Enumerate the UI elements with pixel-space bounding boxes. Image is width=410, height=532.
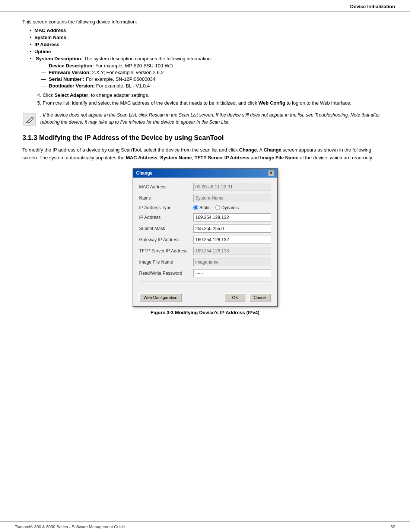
gateway-ip-row: Gateway IP Address	[139, 236, 271, 244]
footer-right: 32	[391, 525, 395, 529]
page-footer: Tsunami® 800 & 8000 Series - Software Ma…	[0, 521, 410, 532]
password-input[interactable]	[193, 269, 271, 277]
ip-address-row: IP Address	[139, 213, 271, 222]
image-file-label: Image File Name	[139, 259, 193, 265]
subnet-mask-input[interactable]	[193, 224, 271, 233]
section-body: To modify the IP address of a device by …	[22, 146, 388, 162]
note-svg-icon	[22, 112, 36, 127]
dynamic-radio-option[interactable]: Dynamic	[215, 205, 239, 210]
dialog-window: Change ✕ MAC Address Name IP Address Typ…	[133, 168, 278, 307]
system-description-text: The system description comprises the fol…	[84, 56, 212, 61]
dialog-container: Change ✕ MAC Address Name IP Address Typ…	[22, 168, 388, 315]
tftp-ip-row: TFTP Server IP Address	[139, 247, 271, 255]
sub-list-item: Serial Number : For example, SN-12PI0600…	[41, 76, 388, 82]
gateway-ip-label: Gateway IP Address	[139, 237, 193, 242]
figure-caption: Figure 3-3 Modifying Device's IP Address…	[150, 310, 260, 315]
password-row: Read/Write Password	[139, 269, 271, 277]
dialog-title: Change	[136, 171, 153, 176]
page-content: This screen contains the following devic…	[0, 12, 410, 329]
mac-address-row: MAC Address	[139, 183, 271, 191]
footer-left: Tsunami® 800 & 8000 Series - Software Ma…	[15, 525, 125, 529]
static-radio-option[interactable]: Static	[193, 205, 211, 210]
note-text: : If the device does not appear in the S…	[40, 112, 388, 126]
list-item: MAC Address	[30, 28, 388, 33]
name-label: Name	[139, 195, 193, 201]
mac-address-label: MAC Address	[139, 184, 193, 189]
list-item: IP Address	[30, 42, 388, 47]
step-4: 4. Click Select Adapter, to change adapt…	[37, 92, 388, 98]
ok-button[interactable]: OK	[225, 293, 245, 302]
ip-type-radio-group: Static Dynamic	[193, 205, 239, 210]
dialog-buttons: Web Configuration OK Cancel	[133, 290, 277, 306]
tftp-ip-input	[193, 247, 271, 255]
list-item: System Name	[30, 35, 388, 40]
note-icon	[22, 112, 36, 127]
name-row: Name	[139, 194, 271, 202]
static-label: Static	[200, 205, 211, 210]
password-label: Read/Write Password	[139, 271, 193, 276]
gateway-ip-input[interactable]	[193, 236, 271, 244]
sub-list-item: Firmware Version: 2.X.Y; For example, ve…	[41, 70, 388, 75]
page-header: Device Initialization	[0, 0, 410, 12]
intro-text: This screen contains the following devic…	[22, 19, 388, 25]
dialog-titlebar: Change ✕	[133, 169, 277, 178]
subnet-mask-label: Subnet Mask	[139, 226, 193, 231]
static-radio[interactable]	[193, 205, 198, 210]
bullet-list: MAC Address System Name IP Address Uptim…	[22, 28, 388, 89]
step-5: 5. From the list, identify and select th…	[37, 100, 388, 106]
dialog-close-button[interactable]: ✕	[268, 170, 274, 176]
section-heading: 3.1.3 Modifying the IP Address of the De…	[22, 134, 388, 142]
dynamic-radio[interactable]	[215, 205, 220, 210]
ip-type-label: IP Address Type	[139, 205, 193, 210]
ip-address-type-row: IP Address Type Static Dynamic	[139, 205, 271, 210]
subnet-mask-row: Subnet Mask	[139, 224, 271, 233]
tftp-ip-label: TFTP Server IP Address	[139, 248, 193, 254]
note-box: : If the device does not appear in the S…	[22, 112, 388, 127]
sub-list-item: Device Description: For example, MP-820-…	[41, 63, 388, 69]
mac-address-input	[193, 183, 271, 191]
image-file-row: Image File Name	[139, 258, 271, 266]
dynamic-label: Dynamic	[222, 205, 239, 210]
image-file-input	[193, 258, 271, 266]
ip-address-label: IP Address	[139, 215, 193, 220]
sub-list-item: Bootloader Version: For example, BL - V1…	[41, 83, 388, 89]
name-input	[193, 194, 271, 202]
dialog-divider	[139, 281, 271, 281]
system-description-item: System Description: The system descripti…	[30, 56, 388, 89]
ip-address-input[interactable]	[193, 213, 271, 222]
chapter-title: Device Initialization	[350, 4, 395, 9]
list-item: Uptime	[30, 49, 388, 54]
dialog-body: MAC Address Name IP Address Type Static	[133, 178, 277, 290]
web-configuration-button[interactable]: Web Configuration	[139, 293, 182, 302]
numbered-steps: 4. Click Select Adapter, to change adapt…	[22, 92, 388, 106]
cancel-button[interactable]: Cancel	[249, 293, 271, 302]
sub-list: Device Description: For example, MP-820-…	[30, 63, 388, 89]
system-description-label: System Description:	[36, 56, 83, 61]
